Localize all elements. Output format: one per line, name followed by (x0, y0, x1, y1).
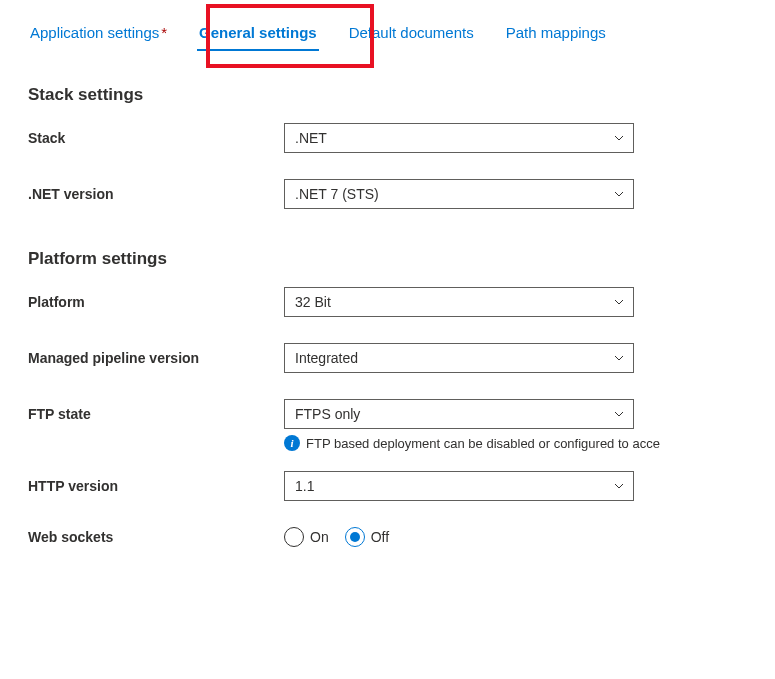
net-version-label: .NET version (28, 186, 284, 202)
row-pipeline: Managed pipeline version Integrated (28, 343, 747, 373)
radio-icon (345, 527, 365, 547)
platform-label: Platform (28, 294, 284, 310)
tabs-bar: Application settings* General settings D… (0, 0, 775, 57)
web-sockets-on-radio[interactable]: On (284, 527, 329, 547)
stack-label: Stack (28, 130, 284, 146)
radio-label: On (310, 529, 329, 545)
dirty-asterisk: * (161, 24, 167, 41)
web-sockets-label: Web sockets (28, 529, 284, 545)
chevron-down-icon (613, 132, 625, 144)
net-version-select[interactable]: .NET 7 (STS) (284, 179, 634, 209)
row-http-version: HTTP version 1.1 (28, 471, 747, 501)
radio-icon (284, 527, 304, 547)
stack-settings-heading: Stack settings (28, 85, 747, 105)
select-value: FTPS only (295, 406, 360, 422)
row-platform: Platform 32 Bit (28, 287, 747, 317)
ftp-info-text: FTP based deployment can be disabled or … (306, 436, 660, 451)
tab-general-settings[interactable]: General settings (197, 18, 319, 47)
tab-label: General settings (199, 24, 317, 41)
select-value: .NET (295, 130, 327, 146)
web-sockets-radio-group: On Off (284, 527, 389, 547)
tab-label: Application settings (30, 24, 159, 41)
row-ftp-state: FTP state FTPS only (28, 399, 747, 429)
row-stack: Stack .NET (28, 123, 747, 153)
pipeline-select[interactable]: Integrated (284, 343, 634, 373)
tab-path-mappings[interactable]: Path mappings (504, 18, 608, 47)
ftp-state-select[interactable]: FTPS only (284, 399, 634, 429)
tab-label: Default documents (349, 24, 474, 41)
select-value: .NET 7 (STS) (295, 186, 379, 202)
select-value: 32 Bit (295, 294, 331, 310)
info-icon: i (284, 435, 300, 451)
platform-select[interactable]: 32 Bit (284, 287, 634, 317)
http-version-select[interactable]: 1.1 (284, 471, 634, 501)
select-value: Integrated (295, 350, 358, 366)
stack-select[interactable]: .NET (284, 123, 634, 153)
tab-application-settings[interactable]: Application settings* (28, 18, 169, 47)
pipeline-label: Managed pipeline version (28, 350, 284, 366)
chevron-down-icon (613, 188, 625, 200)
tab-default-documents[interactable]: Default documents (347, 18, 476, 47)
http-version-label: HTTP version (28, 478, 284, 494)
chevron-down-icon (613, 352, 625, 364)
chevron-down-icon (613, 408, 625, 420)
chevron-down-icon (613, 480, 625, 492)
select-value: 1.1 (295, 478, 314, 494)
web-sockets-off-radio[interactable]: Off (345, 527, 389, 547)
radio-label: Off (371, 529, 389, 545)
platform-settings-heading: Platform settings (28, 249, 747, 269)
tab-label: Path mappings (506, 24, 606, 41)
row-web-sockets: Web sockets On Off (28, 527, 747, 547)
row-net-version: .NET version .NET 7 (STS) (28, 179, 747, 209)
ftp-state-label: FTP state (28, 406, 284, 422)
chevron-down-icon (613, 296, 625, 308)
ftp-info-row: i FTP based deployment can be disabled o… (284, 435, 747, 451)
